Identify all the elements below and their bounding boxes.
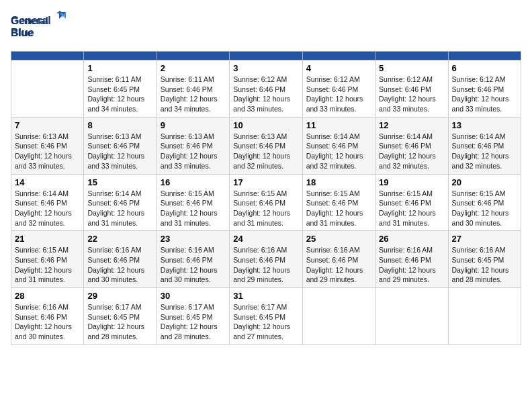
day-info: Sunrise: 6:17 AMSunset: 6:45 PMDaylight:… bbox=[233, 302, 298, 342]
col-saturday bbox=[448, 52, 521, 60]
day-info: Sunrise: 6:15 AMSunset: 6:46 PMDaylight:… bbox=[379, 189, 444, 228]
day-number: 28 bbox=[15, 291, 80, 301]
day-number: 10 bbox=[233, 120, 298, 130]
table-row: 13Sunrise: 6:14 AMSunset: 6:46 PMDayligh… bbox=[448, 117, 521, 174]
day-number: 6 bbox=[452, 63, 517, 73]
table-row: 5Sunrise: 6:12 AMSunset: 6:46 PMDaylight… bbox=[375, 60, 448, 118]
col-thursday bbox=[302, 52, 375, 60]
day-info: Sunrise: 6:16 AMSunset: 6:46 PMDaylight:… bbox=[15, 302, 80, 342]
day-info: Sunrise: 6:17 AMSunset: 6:45 PMDaylight:… bbox=[161, 302, 226, 342]
table-row: 26Sunrise: 6:16 AMSunset: 6:46 PMDayligh… bbox=[375, 231, 448, 288]
table-row: 30Sunrise: 6:17 AMSunset: 6:45 PMDayligh… bbox=[157, 288, 229, 345]
day-number: 2 bbox=[161, 63, 226, 73]
table-row bbox=[11, 60, 84, 118]
day-number: 8 bbox=[87, 120, 152, 130]
day-number: 12 bbox=[379, 120, 444, 130]
day-number: 3 bbox=[233, 63, 298, 73]
day-number: 9 bbox=[161, 120, 226, 130]
day-info: Sunrise: 6:14 AMSunset: 6:46 PMDaylight:… bbox=[452, 132, 517, 171]
table-row: 8Sunrise: 6:13 AMSunset: 6:46 PMDaylight… bbox=[84, 117, 157, 174]
day-info: Sunrise: 6:14 AMSunset: 6:46 PMDaylight:… bbox=[87, 189, 152, 228]
day-info: Sunrise: 6:12 AMSunset: 6:46 PMDaylight:… bbox=[233, 75, 298, 114]
table-row: 31Sunrise: 6:17 AMSunset: 6:45 PMDayligh… bbox=[230, 288, 302, 345]
table-row bbox=[375, 288, 448, 345]
day-info: Sunrise: 6:13 AMSunset: 6:46 PMDaylight:… bbox=[15, 132, 80, 171]
table-row: 1Sunrise: 6:11 AMSunset: 6:45 PMDaylight… bbox=[84, 60, 157, 118]
day-number: 1 bbox=[87, 63, 152, 73]
day-info: Sunrise: 6:14 AMSunset: 6:46 PMDaylight:… bbox=[15, 189, 80, 228]
day-number: 26 bbox=[379, 234, 444, 244]
col-monday bbox=[84, 52, 157, 60]
table-row: 18Sunrise: 6:15 AMSunset: 6:46 PMDayligh… bbox=[302, 174, 375, 231]
day-info: Sunrise: 6:11 AMSunset: 6:45 PMDaylight:… bbox=[87, 75, 152, 114]
day-info: Sunrise: 6:12 AMSunset: 6:46 PMDaylight:… bbox=[306, 75, 371, 114]
table-row: 23Sunrise: 6:16 AMSunset: 6:46 PMDayligh… bbox=[157, 231, 229, 288]
day-info: Sunrise: 6:16 AMSunset: 6:45 PMDaylight:… bbox=[452, 245, 517, 285]
table-row: 28Sunrise: 6:16 AMSunset: 6:46 PMDayligh… bbox=[11, 288, 84, 345]
day-number: 29 bbox=[87, 291, 152, 301]
day-number: 17 bbox=[233, 177, 298, 187]
table-row: 11Sunrise: 6:14 AMSunset: 6:46 PMDayligh… bbox=[302, 117, 375, 174]
table-row: 3Sunrise: 6:12 AMSunset: 6:46 PMDaylight… bbox=[230, 60, 302, 118]
table-row: 29Sunrise: 6:17 AMSunset: 6:45 PMDayligh… bbox=[84, 288, 157, 345]
day-number: 18 bbox=[306, 177, 371, 187]
table-row: 19Sunrise: 6:15 AMSunset: 6:46 PMDayligh… bbox=[375, 174, 448, 231]
day-number: 13 bbox=[452, 120, 517, 130]
day-number: 25 bbox=[306, 234, 371, 244]
day-number: 20 bbox=[452, 177, 517, 187]
table-row: 14Sunrise: 6:14 AMSunset: 6:46 PMDayligh… bbox=[11, 174, 84, 231]
svg-marker-6 bbox=[56, 11, 63, 13]
day-info: Sunrise: 6:14 AMSunset: 6:46 PMDaylight:… bbox=[306, 132, 371, 171]
calendar-week-row: 21Sunrise: 6:15 AMSunset: 6:46 PMDayligh… bbox=[11, 231, 521, 288]
table-row: 6Sunrise: 6:12 AMSunset: 6:46 PMDaylight… bbox=[448, 60, 521, 118]
table-row: 12Sunrise: 6:14 AMSunset: 6:46 PMDayligh… bbox=[375, 117, 448, 174]
day-info: Sunrise: 6:16 AMSunset: 6:46 PMDaylight:… bbox=[87, 245, 152, 285]
generalblue-logo-svg: General Blue bbox=[11, 11, 64, 44]
day-info: Sunrise: 6:16 AMSunset: 6:46 PMDaylight:… bbox=[379, 245, 444, 285]
day-number: 14 bbox=[15, 177, 80, 187]
table-row: 21Sunrise: 6:15 AMSunset: 6:46 PMDayligh… bbox=[11, 231, 84, 288]
day-info: Sunrise: 6:13 AMSunset: 6:46 PMDaylight:… bbox=[87, 132, 152, 171]
day-info: Sunrise: 6:15 AMSunset: 6:46 PMDaylight:… bbox=[452, 189, 517, 228]
day-number: 11 bbox=[306, 120, 371, 130]
page-header: General Blue bbox=[11, 11, 521, 43]
day-number: 16 bbox=[161, 177, 226, 187]
day-number: 4 bbox=[306, 63, 371, 73]
day-info: Sunrise: 6:16 AMSunset: 6:46 PMDaylight:… bbox=[233, 245, 298, 285]
day-info: Sunrise: 6:14 AMSunset: 6:46 PMDaylight:… bbox=[379, 132, 444, 171]
table-row bbox=[448, 288, 521, 345]
table-row: 27Sunrise: 6:16 AMSunset: 6:45 PMDayligh… bbox=[448, 231, 521, 288]
day-info: Sunrise: 6:13 AMSunset: 6:46 PMDaylight:… bbox=[161, 132, 226, 171]
day-info: Sunrise: 6:16 AMSunset: 6:46 PMDaylight:… bbox=[306, 245, 371, 285]
weekday-header-row bbox=[11, 52, 521, 60]
calendar-table: 1Sunrise: 6:11 AMSunset: 6:45 PMDaylight… bbox=[11, 51, 521, 345]
svg-text:Blue: Blue bbox=[11, 27, 33, 38]
table-row: 7Sunrise: 6:13 AMSunset: 6:46 PMDaylight… bbox=[11, 117, 84, 174]
table-row: 22Sunrise: 6:16 AMSunset: 6:46 PMDayligh… bbox=[84, 231, 157, 288]
day-info: Sunrise: 6:11 AMSunset: 6:46 PMDaylight:… bbox=[161, 75, 226, 114]
table-row: 24Sunrise: 6:16 AMSunset: 6:46 PMDayligh… bbox=[230, 231, 302, 288]
table-row: 15Sunrise: 6:14 AMSunset: 6:46 PMDayligh… bbox=[84, 174, 157, 231]
table-row: 20Sunrise: 6:15 AMSunset: 6:46 PMDayligh… bbox=[448, 174, 521, 231]
svg-marker-7 bbox=[60, 13, 63, 17]
calendar-week-row: 7Sunrise: 6:13 AMSunset: 6:46 PMDaylight… bbox=[11, 117, 521, 174]
day-number: 19 bbox=[379, 177, 444, 187]
day-number: 31 bbox=[233, 291, 298, 301]
day-info: Sunrise: 6:12 AMSunset: 6:46 PMDaylight:… bbox=[379, 75, 444, 114]
svg-text:General: General bbox=[11, 15, 48, 26]
col-wednesday bbox=[230, 52, 302, 60]
table-row: 9Sunrise: 6:13 AMSunset: 6:46 PMDaylight… bbox=[157, 117, 229, 174]
col-sunday bbox=[11, 52, 84, 60]
day-info: Sunrise: 6:17 AMSunset: 6:45 PMDaylight:… bbox=[87, 302, 152, 342]
col-tuesday bbox=[157, 52, 229, 60]
table-row bbox=[302, 288, 375, 345]
day-info: Sunrise: 6:15 AMSunset: 6:46 PMDaylight:… bbox=[161, 189, 226, 228]
day-number: 27 bbox=[452, 234, 517, 244]
day-info: Sunrise: 6:15 AMSunset: 6:46 PMDaylight:… bbox=[15, 245, 80, 285]
table-row: 4Sunrise: 6:12 AMSunset: 6:46 PMDaylight… bbox=[302, 60, 375, 118]
table-row: 16Sunrise: 6:15 AMSunset: 6:46 PMDayligh… bbox=[157, 174, 229, 231]
table-row: 17Sunrise: 6:15 AMSunset: 6:46 PMDayligh… bbox=[230, 174, 302, 231]
table-row: 2Sunrise: 6:11 AMSunset: 6:46 PMDaylight… bbox=[157, 60, 229, 118]
calendar-week-row: 14Sunrise: 6:14 AMSunset: 6:46 PMDayligh… bbox=[11, 174, 521, 231]
day-number: 23 bbox=[161, 234, 226, 244]
